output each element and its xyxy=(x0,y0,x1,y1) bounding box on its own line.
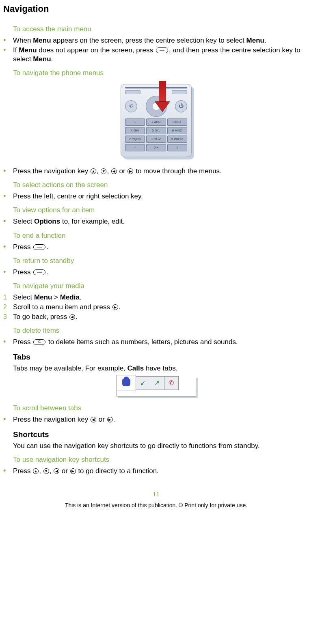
body-text: Press ▲, ▼, ◀ or ▶ to go directly to a f… xyxy=(13,467,309,476)
nav-down-icon: ▼ xyxy=(43,468,49,474)
bullet-icon: • xyxy=(3,243,13,250)
body-text: Press the navigation key ◀ or ▶. xyxy=(13,415,309,424)
bullet-icon: • xyxy=(3,416,13,423)
step-number: 2 xyxy=(3,303,13,312)
body-text: Tabs may be available. For example, Call… xyxy=(13,364,309,373)
keypad: 1 2 ABC 3 DEF 4 GHI 5 JKL 6 MNO 7 PQRS 8… xyxy=(125,118,187,151)
end-key-icon: ⏻ xyxy=(175,100,187,112)
left-softkey-icon xyxy=(125,90,140,94)
nav-left-icon: ◀ xyxy=(69,314,75,320)
numkey: 6 MNO xyxy=(167,127,187,134)
body-text: Select Options to, for example, edit. xyxy=(13,217,309,226)
heading-navigate-media: To navigate your media xyxy=(13,282,309,291)
step-number: 3 xyxy=(3,313,13,321)
numkey: 7 PQRS xyxy=(125,136,145,143)
body-text: Press . xyxy=(13,243,309,252)
numkey: 0 + xyxy=(146,144,166,151)
tabs-illustration: ↙ ↗ ✆ xyxy=(3,376,309,398)
end-key-icon xyxy=(156,47,168,53)
body-text: When Menu appears on the screen, press t… xyxy=(13,36,309,45)
nav-up-icon: ▲ xyxy=(91,168,96,174)
numkey: 3 DEF xyxy=(167,118,187,126)
heading-return-standby: To return to standby xyxy=(13,256,309,265)
numkey: 9 WXYZ xyxy=(167,136,187,143)
clear-key-icon: C xyxy=(33,339,45,345)
bullet-icon: • xyxy=(3,218,13,225)
body-text: Press . xyxy=(13,268,309,277)
right-softkey-icon xyxy=(172,90,187,94)
call-key-icon: ✆ xyxy=(125,100,137,112)
page-number: 11 xyxy=(3,490,309,498)
numkey: * xyxy=(125,144,145,151)
subheading-tabs: Tabs xyxy=(13,352,309,362)
heading-delete-items: To delete items xyxy=(13,326,309,335)
heading-use-shortcuts: To use navigation key shortcuts xyxy=(13,455,309,464)
nav-down-icon: ▼ xyxy=(101,168,106,174)
bullet-icon: • xyxy=(3,467,13,474)
body-text: Select Menu > Media. xyxy=(13,293,309,302)
nav-left-icon: ◀ xyxy=(111,168,117,174)
numkey: 2 ABC xyxy=(146,118,166,126)
tab-missed-icon: ✆ xyxy=(164,376,179,390)
end-key-icon xyxy=(33,269,45,275)
numkey: 1 xyxy=(125,118,145,126)
bullet-icon: • xyxy=(3,338,13,345)
page-title: Navigation xyxy=(3,3,309,15)
body-text: Scroll to a menu item and press ▶. xyxy=(13,303,309,312)
tab-dialed-icon: ↗ xyxy=(150,376,164,390)
nav-left-icon: ◀ xyxy=(54,468,59,474)
end-key-icon xyxy=(33,244,45,250)
nav-right-icon: ▶ xyxy=(107,417,113,422)
nav-right-icon: ▶ xyxy=(127,168,133,174)
bullet-icon: • xyxy=(3,37,13,44)
bullet-icon: • xyxy=(3,167,13,174)
tab-answered-icon: ↙ xyxy=(136,376,150,390)
navigation-dpad-icon xyxy=(146,96,167,117)
tab-all-calls-icon xyxy=(117,375,136,390)
numkey: 8 TUV xyxy=(146,136,166,143)
body-text: Press the left, centre or right selectio… xyxy=(13,192,309,201)
bullet-icon: • xyxy=(3,268,13,276)
footer-note: This is an Internet version of this publ… xyxy=(3,502,309,509)
body-text: To go back, press ◀. xyxy=(13,312,309,321)
nav-left-icon: ◀ xyxy=(91,417,96,422)
heading-access-main-menu: To access the main menu xyxy=(13,25,309,34)
body-text: Press the navigation key ▲, ▼, ◀ or ▶ to… xyxy=(13,167,309,176)
subheading-shortcuts: Shortcuts xyxy=(13,430,309,440)
body-text: You can use the navigation key shortcuts… xyxy=(13,442,309,450)
numkey: 4 GHI xyxy=(125,127,145,134)
nav-up-icon: ▲ xyxy=(33,468,39,474)
heading-navigate-menus: To navigate the phone menus xyxy=(13,69,309,78)
numkey: 5 JKL xyxy=(146,127,166,134)
heading-end-function: To end a function xyxy=(13,231,309,240)
nav-right-icon: ▶ xyxy=(112,304,118,310)
body-text: Press C to delete items such as numbers,… xyxy=(13,338,309,347)
numkey: # xyxy=(167,144,187,151)
bullet-icon: • xyxy=(3,192,13,200)
body-text: If Menu does not appear on the screen, p… xyxy=(13,46,309,64)
bullet-icon: • xyxy=(3,46,13,54)
step-number: 1 xyxy=(3,293,13,302)
nav-right-icon: ▶ xyxy=(70,468,76,474)
heading-select-actions: To select actions on the screen xyxy=(13,181,309,190)
heading-view-options: To view options for an item xyxy=(13,206,309,215)
phone-illustration: ✆ ⏻ 1 2 ABC 3 DEF 4 GHI 5 JKL 6 MNO 7 PQ… xyxy=(3,84,309,157)
heading-scroll-tabs: To scroll between tabs xyxy=(13,404,309,413)
